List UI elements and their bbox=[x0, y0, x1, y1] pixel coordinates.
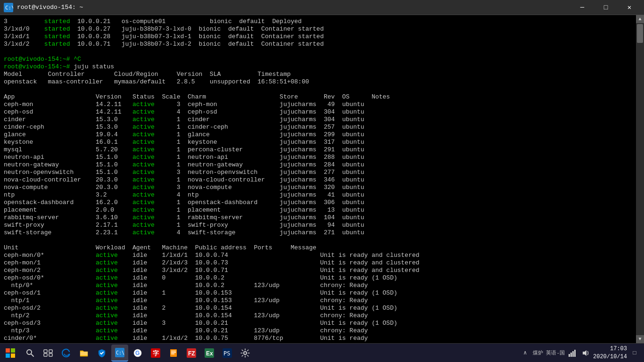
app1-button[interactable]: 字 bbox=[147, 345, 164, 362]
file-explorer-button[interactable] bbox=[75, 345, 92, 362]
terminal-line: ntp/0* active idle 10.0.0.2 123/udp chro… bbox=[4, 282, 632, 289]
svg-rect-10 bbox=[44, 354, 47, 356]
terminal-line: neutron-openvswitch 15.1.0 active 3 neut… bbox=[4, 169, 632, 176]
svg-rect-9 bbox=[49, 350, 52, 353]
terminal-line: nova-compute 20.3.0 active 3 nova-comput… bbox=[4, 184, 632, 191]
terminal-line: rabbitmq-server 3.6.10 active 1 rabbitmq… bbox=[4, 214, 632, 222]
notebook-button[interactable] bbox=[165, 345, 182, 362]
titlebar-left: C:\ root@vivodo-154: ~ bbox=[4, 3, 83, 12]
terminal-line: ntp/1 active idle 10.0.0.153 123/udp chr… bbox=[4, 297, 632, 304]
svg-rect-29 bbox=[569, 354, 570, 357]
close-button[interactable]: ✕ bbox=[619, 0, 640, 15]
terminal-line: ntp/2 active idle 10.0.0.154 123/udp chr… bbox=[4, 312, 632, 320]
terminal-button[interactable]: C:\ bbox=[111, 345, 128, 362]
search-button[interactable] bbox=[22, 345, 39, 362]
terminal-line: ceph-osd/2 active idle 2 10.0.0.154 Unit… bbox=[4, 304, 632, 312]
terminal-line: neutron-gateway 15.1.0 active 1 neutron-… bbox=[4, 161, 632, 169]
svg-text:FZ: FZ bbox=[188, 350, 195, 357]
terminal-line: ceph-osd/3 active idle 3 10.0.0.21 Unit … bbox=[4, 320, 632, 327]
excel-button[interactable]: Ex bbox=[201, 345, 218, 362]
terminal-line: ceph-mon/2 active idle 3/lxd/2 10.0.0.71… bbox=[4, 267, 632, 274]
terminal-line: Unit Workload Agent Machine Public addre… bbox=[4, 244, 632, 252]
notification-icon[interactable]: □ bbox=[629, 347, 640, 359]
window-content: 3 started 10.0.0.21 os-compute01 bionic … bbox=[0, 15, 644, 343]
svg-rect-19 bbox=[171, 351, 176, 352]
terminal-line: swift-storage 2.23.1 active 4 swift-stor… bbox=[4, 229, 632, 237]
terminal-line: openstack-dashboard 16.2.0 active 1 open… bbox=[4, 199, 632, 206]
terminal-line: ceph-mon 14.2.11 active 3 ceph-mon jujuc… bbox=[4, 101, 632, 108]
terminal-line: App Version Status Scale Charm Store Rev… bbox=[4, 93, 632, 101]
terminal-line: 3/lxd/2 started 10.0.0.71 juju-b38b07-3-… bbox=[4, 41, 632, 48]
clock-date: 2020/10/14 bbox=[593, 353, 627, 361]
show-hidden-icons[interactable]: ∧ bbox=[520, 347, 531, 359]
titlebar: C:\ root@vivodo-154: ~ ─ □ ✕ bbox=[0, 0, 644, 15]
terminal-line bbox=[4, 48, 632, 56]
start-button[interactable] bbox=[2, 345, 19, 362]
terminal-line: cinder-ceph 15.3.0 active 1 cinder-ceph … bbox=[4, 123, 632, 131]
terminal-line: ceph-osd/1 active idle 1 10.0.0.153 Unit… bbox=[4, 289, 632, 297]
terminal-line: nova-cloud-controller 20.3.0 active 1 no… bbox=[4, 176, 632, 184]
security-button[interactable] bbox=[93, 345, 110, 362]
titlebar-title: root@vivodo-154: ~ bbox=[17, 4, 83, 11]
taskbar-apps: C:\ G 字 bbox=[22, 345, 254, 362]
terminal-line: ceph-osd 14.2.11 active 4 ceph-osd jujuc… bbox=[4, 108, 632, 116]
terminal-line: placement 2.0.0 active 1 placement jujuc… bbox=[4, 206, 632, 214]
svg-rect-31 bbox=[572, 351, 574, 357]
svg-text:Ex: Ex bbox=[206, 350, 213, 357]
terminal-line: swift-proxy 2.17.1 active 1 swift-proxy … bbox=[4, 222, 632, 229]
scroll-up-arrow[interactable]: ▲ bbox=[636, 15, 644, 23]
google-button[interactable]: G bbox=[129, 345, 146, 362]
svg-text:字: 字 bbox=[153, 350, 159, 357]
terminal-line: neutron-api 15.1.0 active 1 neutron-api … bbox=[4, 154, 632, 161]
terminal-line: root@vivodo-154:~# juju status bbox=[4, 63, 632, 71]
minimize-button[interactable]: ─ bbox=[571, 0, 593, 15]
filezilla-button[interactable]: FZ bbox=[183, 345, 200, 362]
terminal-output[interactable]: 3 started 10.0.0.21 os-compute01 bionic … bbox=[0, 15, 636, 343]
scroll-track[interactable] bbox=[636, 23, 644, 335]
scroll-thumb[interactable] bbox=[637, 24, 643, 43]
terminal-line bbox=[4, 86, 632, 93]
clock[interactable]: 17:03 2020/10/14 bbox=[593, 345, 627, 361]
terminal-line: ceph-mon/1 active idle 2/lxd/3 10.0.0.73… bbox=[4, 259, 632, 267]
terminal-line: mysql 5.7.20 active 1 percona-cluster ju… bbox=[4, 146, 632, 154]
terminal-line: ceph-mon/0* active idle 1/lxd/1 10.0.0.7… bbox=[4, 252, 632, 259]
svg-text:G: G bbox=[135, 350, 140, 356]
terminal-line: ntp/3 active idle 10.0.0.21 123/udp chro… bbox=[4, 327, 632, 335]
scroll-down-arrow[interactable]: ▼ bbox=[636, 335, 644, 343]
terminal-line: keystone 16.0.1 active 1 keystone jujuch… bbox=[4, 139, 632, 146]
svg-rect-2 bbox=[6, 348, 10, 353]
network-icon[interactable] bbox=[567, 347, 578, 359]
terminal-line: cinder/0* active idle 1/lxd/2 10.0.0.75 … bbox=[4, 335, 632, 342]
task-view-button[interactable] bbox=[40, 345, 57, 362]
svg-rect-5 bbox=[11, 354, 15, 358]
taskbar-tray: ∧ 煤炉 英语-国 17:03 2020/10/14 □ bbox=[518, 345, 642, 361]
taskbar: C:\ G 字 bbox=[0, 343, 644, 362]
clock-time: 17:03 bbox=[593, 345, 627, 353]
svg-rect-11 bbox=[49, 354, 52, 356]
svg-rect-21 bbox=[171, 354, 174, 354]
svg-text:C:\: C:\ bbox=[5, 5, 13, 11]
terminal-line: openstack maas-controller mymaas/default… bbox=[4, 78, 632, 86]
svg-rect-18 bbox=[170, 349, 177, 357]
maximize-button[interactable]: □ bbox=[595, 0, 617, 15]
svg-rect-4 bbox=[6, 354, 10, 358]
terminal-line: glance 19.0.4 active 1 glance jujucharms… bbox=[4, 131, 632, 139]
terminal-line bbox=[4, 237, 632, 244]
terminal-line: ntp 3.2 active 4 ntp jujucharms 41 ubunt… bbox=[4, 191, 632, 199]
svg-rect-30 bbox=[570, 353, 572, 357]
svg-text:C:\: C:\ bbox=[116, 350, 124, 355]
powershell-button[interactable]: PS bbox=[219, 345, 236, 362]
settings-button[interactable] bbox=[237, 345, 254, 362]
terminal-line: 3/lxd/1 started 10.0.0.28 juju-b38b07-3-… bbox=[4, 33, 632, 41]
speaker-icon[interactable] bbox=[580, 347, 591, 359]
tray-text: 煤炉 英语-国 bbox=[533, 349, 565, 356]
terminal-line: cinder 15.3.0 active 1 cinder jujucharms… bbox=[4, 116, 632, 123]
svg-point-28 bbox=[244, 352, 247, 354]
svg-text:PS: PS bbox=[223, 350, 230, 357]
titlebar-controls: ─ □ ✕ bbox=[571, 0, 640, 15]
edge-button[interactable] bbox=[58, 345, 74, 362]
scrollbar: ▲ ▼ bbox=[636, 15, 644, 343]
terminal-app-icon: C:\ bbox=[4, 3, 13, 12]
svg-rect-8 bbox=[44, 350, 47, 353]
terminal-line: 3/lxd/0 started 10.0.0.27 juju-b38b07-3-… bbox=[4, 25, 632, 33]
